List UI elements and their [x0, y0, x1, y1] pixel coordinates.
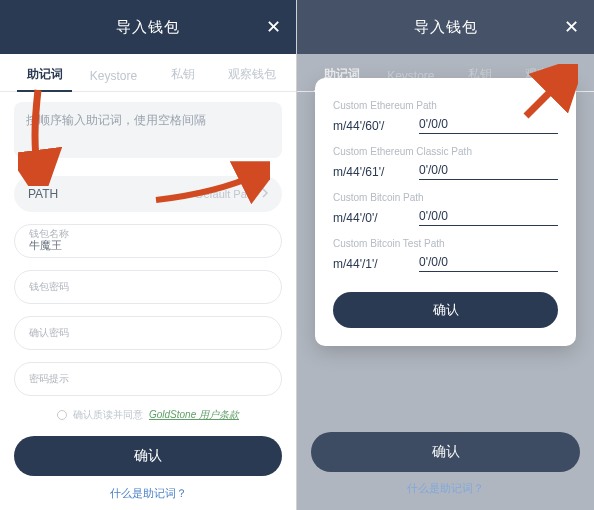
- wallet-name-field[interactable]: 钱包名称 牛魔王: [14, 224, 282, 258]
- page-title-dim: 导入钱包: [414, 18, 478, 37]
- app-header-dim: 导入钱包 ✕: [297, 0, 594, 54]
- app-header: 导入钱包 ✕: [0, 0, 296, 54]
- path-row-eth: m/44'/60'/ 0'/0/0: [333, 117, 558, 140]
- tabs: 助记词 Keystore 私钥 观察钱包: [0, 54, 296, 92]
- tab-privatekey[interactable]: 私钥: [148, 66, 217, 91]
- mnemonic-input[interactable]: 按顺序输入助记词，使用空格间隔: [14, 102, 282, 158]
- path-prefix: m/44'/0'/: [333, 211, 403, 225]
- right-screen: 导入钱包 ✕ 助记词 Keystore 私钥 观察钱包 确认 什么是助记词？ C…: [297, 0, 594, 510]
- path-row[interactable]: PATH Default Path: [14, 176, 282, 212]
- path-input[interactable]: 0'/0/0: [419, 163, 558, 180]
- tab-watch[interactable]: 观察钱包: [217, 66, 286, 91]
- path-modal: Custom Ethereum Path m/44'/60'/ 0'/0/0 C…: [315, 78, 576, 346]
- path-input[interactable]: 0'/0/0: [419, 209, 558, 226]
- password-field[interactable]: 钱包密码: [14, 270, 282, 304]
- path-value: Default Path: [195, 188, 268, 200]
- what-is-mnemonic-link[interactable]: 什么是助记词？: [0, 486, 296, 501]
- tab-mnemonic[interactable]: 助记词: [10, 66, 79, 91]
- path-prefix: m/44'/61'/: [333, 165, 403, 179]
- path-input[interactable]: 0'/0/0: [419, 117, 558, 134]
- tab-keystore[interactable]: Keystore: [79, 69, 148, 91]
- path-prefix: m/44'/1'/: [333, 257, 403, 271]
- path-row-etc: m/44'/61'/ 0'/0/0: [333, 163, 558, 186]
- path-input[interactable]: 0'/0/0: [419, 255, 558, 272]
- left-screen: 导入钱包 ✕ 助记词 Keystore 私钥 观察钱包 按顺序输入助记词，使用空…: [0, 0, 297, 510]
- mnemonic-placeholder: 按顺序输入助记词，使用空格间隔: [26, 112, 206, 129]
- chevron-right-icon: [262, 188, 268, 200]
- close-icon[interactable]: ✕: [266, 16, 282, 38]
- modal-confirm-button[interactable]: 确认: [333, 292, 558, 328]
- path-row-btc: m/44'/0'/ 0'/0/0: [333, 209, 558, 232]
- terms-checkbox[interactable]: [57, 410, 67, 420]
- section-label-btctest: Custom Bitcoin Test Path: [333, 238, 558, 249]
- path-row-btctest: m/44'/1'/ 0'/0/0: [333, 255, 558, 278]
- section-label-btc: Custom Bitcoin Path: [333, 192, 558, 203]
- what-is-mnemonic-link-dim: 什么是助记词？: [297, 481, 594, 496]
- terms-link[interactable]: GoldStone 用户条款: [149, 408, 239, 422]
- confirm-button-dim: 确认: [311, 432, 580, 472]
- content: 按顺序输入助记词，使用空格间隔 PATH Default Path 钱包名称 牛…: [0, 92, 296, 422]
- terms-row: 确认质读并同意 GoldStone 用户条款: [14, 408, 282, 422]
- section-label-eth: Custom Ethereum Path: [333, 100, 558, 111]
- section-label-etc: Custom Ethereum Classic Path: [333, 146, 558, 157]
- password-hint-field[interactable]: 密码提示: [14, 362, 282, 396]
- confirm-password-field[interactable]: 确认密码: [14, 316, 282, 350]
- confirm-button[interactable]: 确认: [14, 436, 282, 476]
- path-prefix: m/44'/60'/: [333, 119, 403, 133]
- path-label: PATH: [28, 187, 58, 201]
- page-title: 导入钱包: [116, 18, 180, 37]
- close-icon-dim[interactable]: ✕: [564, 16, 580, 38]
